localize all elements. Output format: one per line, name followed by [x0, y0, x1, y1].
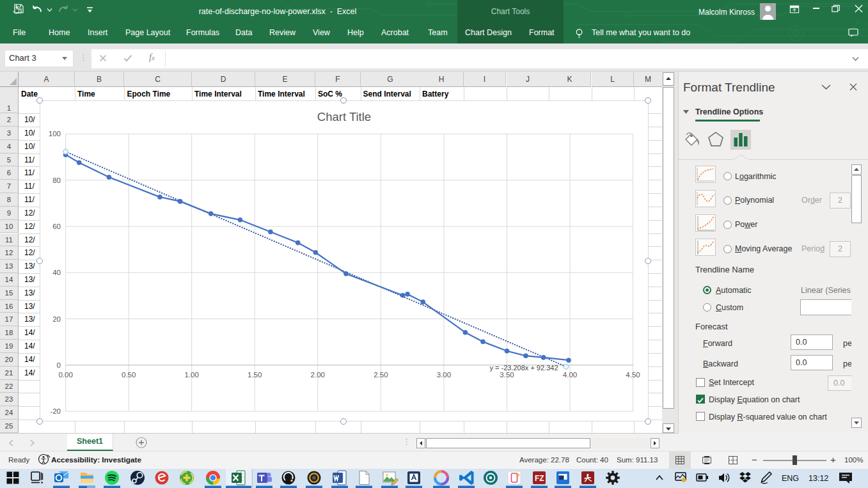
svg-text:2.50: 2.50: [374, 371, 388, 379]
svg-text:40: 40: [52, 269, 61, 276]
svg-text:0.50: 0.50: [122, 371, 136, 379]
svg-text:3.00: 3.00: [437, 371, 451, 379]
svg-text:y = -23.208x + 92.342: y = -23.208x + 92.342: [489, 364, 558, 372]
svg-text:0: 0: [57, 361, 61, 369]
svg-text:13:12: 13:12: [809, 474, 828, 483]
svg-text:-20: -20: [50, 407, 61, 415]
svg-text:Chart Title: Chart Title: [317, 110, 371, 123]
svg-text:20: 20: [52, 315, 61, 323]
svg-text:4.00: 4.00: [563, 371, 577, 379]
svg-text:4.50: 4.50: [626, 371, 640, 379]
svg-text:1.50: 1.50: [248, 371, 262, 379]
svg-text:FZ: FZ: [535, 474, 544, 483]
svg-text:1.00: 1.00: [185, 371, 199, 379]
svg-text:100: 100: [49, 130, 61, 138]
svg-text:2.00: 2.00: [311, 371, 325, 379]
svg-text:3.50: 3.50: [500, 371, 514, 379]
svg-text:60: 60: [52, 223, 61, 230]
svg-text:0.00: 0.00: [58, 371, 72, 379]
svg-text:ENG: ENG: [782, 474, 799, 483]
svg-text:80: 80: [52, 177, 61, 184]
